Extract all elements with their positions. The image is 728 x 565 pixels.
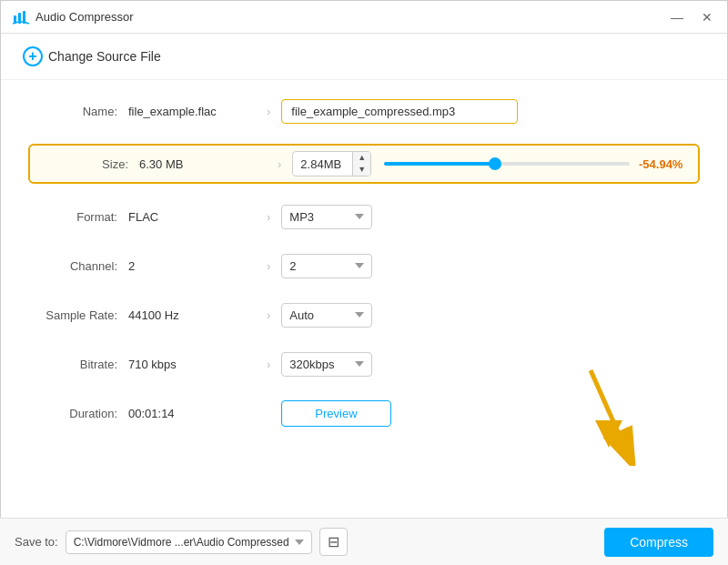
sample-rate-select[interactable]: Auto 44100 Hz 22050 Hz 48000 Hz [281,303,372,328]
channel-row: Channel: 2 › 1 2 Auto [28,249,700,282]
bitrate-select[interactable]: 320kbps 256kbps 192kbps 128kbps 64kbps [281,352,372,377]
folder-button[interactable]: ⊟ [319,528,348,556]
minimize-button[interactable]: — [667,8,687,26]
size-label: Size: [39,157,139,171]
sample-rate-arrow-icon: › [267,308,270,322]
title-bar-left: Audio Compressor [12,8,134,26]
name-row: Name: file_example.flac › [28,95,700,127]
size-slider-container: -54.94% [384,157,689,171]
channel-arrow-icon: › [267,259,270,273]
duration-row: Duration: 00:01:14 › Preview [28,397,700,429]
app-title: Audio Compressor [35,10,134,24]
format-row: Format: FLAC › MP3 AAC WAV OGG FLAC [28,200,700,233]
format-source-value: FLAC [128,210,256,224]
sample-rate-row: Sample Rate: 44100 Hz › Auto 44100 Hz 22… [28,298,700,331]
spinner-down-button[interactable]: ▼ [353,164,370,176]
sample-rate-target: Auto 44100 Hz 22050 Hz 48000 Hz [281,303,700,328]
format-arrow-icon: › [267,210,270,224]
name-label: Name: [28,105,128,118]
app-icon [12,8,30,26]
bitrate-arrow-icon: › [267,358,270,371]
change-source-button[interactable]: + Change Source File [15,43,168,70]
bottom-bar: Save to: C:\Vidmore\Vidmore ...er\Audio … [0,518,728,565]
toolbar: + Change Source File [1,34,727,80]
size-row: Size: 6.30 MB › ▲ ▼ -54.94% [28,144,700,184]
plus-circle-icon: + [23,46,43,66]
sample-rate-label: Sample Rate: [28,308,128,322]
preview-button[interactable]: Preview [281,400,390,427]
channel-source-value: 2 [128,259,256,273]
bitrate-source-value: 710 kbps [128,358,256,371]
folder-icon: ⊟ [328,533,339,550]
title-bar: Audio Compressor — ✕ [1,1,727,34]
channel-select[interactable]: 1 2 Auto [281,254,372,278]
slider-fill [384,162,494,166]
bitrate-label: Bitrate: [28,358,128,371]
slider-track[interactable] [384,162,630,166]
size-spinner: ▲ ▼ [292,151,371,177]
name-source-value: file_example.flac [128,105,256,118]
channel-target: 1 2 Auto [281,254,700,278]
name-arrow-icon: › [267,105,270,118]
bitrate-row: Bitrate: 710 kbps › 320kbps 256kbps 192k… [28,348,700,380]
duration-label: Duration: [28,407,128,420]
duration-target: Preview [281,400,700,427]
format-label: Format: [28,210,128,224]
spinner-up-button[interactable]: ▲ [353,152,370,164]
size-arrow-icon: › [278,157,281,171]
name-target [281,99,700,124]
compress-button[interactable]: Compress [604,528,713,557]
size-source-value: 6.30 MB [139,157,267,171]
close-button[interactable]: ✕ [698,8,716,26]
format-target: MP3 AAC WAV OGG FLAC [281,205,700,229]
name-input[interactable] [281,99,518,124]
format-select[interactable]: MP3 AAC WAV OGG FLAC [281,205,372,229]
sample-rate-source-value: 44100 Hz [128,308,256,322]
content-area: Name: file_example.flac › Size: 6.30 MB … [1,80,727,523]
slider-percent: -54.94% [639,157,689,171]
bitrate-target: 320kbps 256kbps 192kbps 128kbps 64kbps [281,352,700,377]
change-source-label: Change Source File [48,49,161,64]
save-path-select[interactable]: C:\Vidmore\Vidmore ...er\Audio Compresse… [66,530,312,554]
save-to-label: Save to: [15,535,58,549]
slider-thumb[interactable] [489,157,501,170]
size-value-input[interactable] [293,154,352,175]
window-controls: — ✕ [667,8,716,26]
duration-source-value: 00:01:14 [128,407,256,420]
spinner-buttons: ▲ ▼ [352,152,370,176]
channel-label: Channel: [28,259,128,273]
